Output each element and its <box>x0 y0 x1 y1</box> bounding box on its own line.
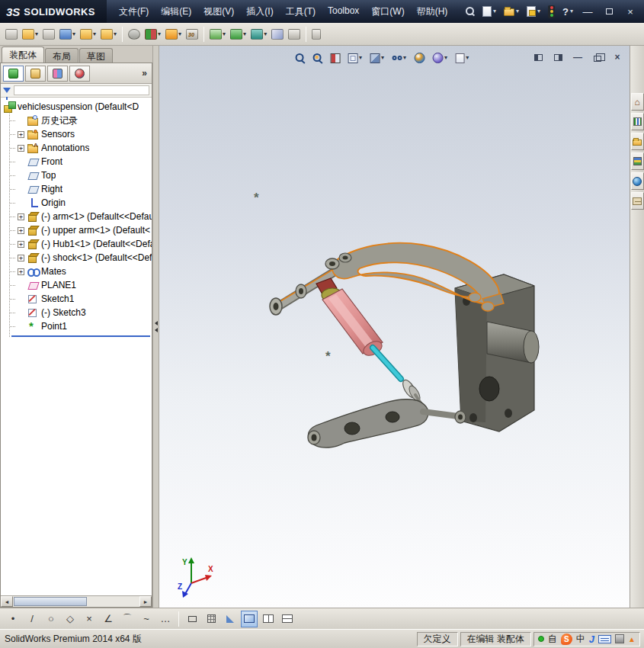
solidworks-resources-tab[interactable]: ⌂ <box>631 93 644 111</box>
panel-splitter[interactable] <box>152 46 159 608</box>
featuremanager-tab[interactable] <box>3 66 24 82</box>
tree-item-hub1[interactable]: + (-) Hub1<1> (Default<<Defa <box>10 237 152 251</box>
tree-item-right-plane[interactable]: Right <box>10 182 152 196</box>
expand-toggle[interactable]: + <box>18 227 24 234</box>
linear-component-pattern-button[interactable]: ▾ <box>58 25 77 43</box>
sketch-trim-button[interactable]: × <box>81 611 98 627</box>
tree-item-upper-arm[interactable]: + (-) upper arm<1> (Default< <box>10 223 152 237</box>
sketch-angle-button[interactable]: ∠ <box>100 611 117 627</box>
tree-item-origin[interactable]: Origin <box>10 196 152 210</box>
displaymanager-tab[interactable] <box>69 66 90 82</box>
menu-window[interactable]: 窗口(W) <box>365 2 410 22</box>
move-component-button[interactable]: ▾ <box>99 25 118 43</box>
propertymanager-tab[interactable] <box>25 66 46 82</box>
expand-toggle[interactable]: + <box>18 145 24 152</box>
help-button[interactable]: ?▾ <box>560 3 575 20</box>
rollback-bar[interactable] <box>11 335 150 337</box>
scroll-right-button[interactable]: ► <box>139 596 152 607</box>
tree-item-shock[interactable]: + (-) shock<1> (Default<<Defa <box>10 251 152 265</box>
ime-keyboard-icon[interactable] <box>598 635 611 643</box>
window-maximize-button[interactable] <box>600 4 618 19</box>
tray-arrow-icon[interactable]: ▲ <box>628 635 636 643</box>
tab-layout[interactable]: 布局 <box>45 48 78 63</box>
viewport-two-button[interactable] <box>260 611 277 627</box>
expand-toggle[interactable]: + <box>18 131 24 138</box>
tray-settings-icon[interactable] <box>615 634 624 643</box>
reference-geometry-button[interactable]: ▾ <box>164 25 183 43</box>
new-motion-study-button[interactable] <box>184 25 200 43</box>
sogou-ime-icon[interactable]: S <box>561 634 572 645</box>
sketch-spline-button[interactable]: ~ <box>138 611 155 627</box>
show-hidden-components-button[interactable] <box>127 25 142 43</box>
filter-input[interactable] <box>14 85 149 95</box>
window-close-button[interactable]: × <box>621 4 639 19</box>
expand-toggle[interactable]: + <box>18 241 24 248</box>
tree-item-point1[interactable]: Point1 <box>10 319 152 333</box>
tree-item-history[interactable]: 历史记录 <box>10 114 152 127</box>
mass-properties-button[interactable] <box>287 25 302 43</box>
menu-tools[interactable]: 工具(T) <box>280 2 322 22</box>
menu-edit[interactable]: 编辑(E) <box>155 2 197 22</box>
tree-item-plane1[interactable]: PLANE1 <box>10 278 152 292</box>
configurationmanager-tab[interactable] <box>47 66 68 82</box>
assembly-model-3d[interactable] <box>159 46 630 608</box>
window-minimize-button[interactable]: — <box>578 4 597 19</box>
mate-button[interactable] <box>41 25 56 43</box>
menu-file[interactable]: 文件(F) <box>113 2 155 22</box>
ime-custom-label[interactable]: 自 <box>548 633 557 646</box>
menu-toolbox[interactable]: Toolbox <box>322 2 365 22</box>
tab-sketch[interactable]: 草图 <box>79 48 113 63</box>
smart-fasteners-button[interactable]: ▾ <box>78 25 98 43</box>
snap-grid-button[interactable] <box>203 611 219 627</box>
ime-shape-icon[interactable]: J <box>589 634 594 645</box>
open-document-button[interactable]: ▾ <box>501 3 521 20</box>
panel-horizontal-scrollbar[interactable]: ◄ ► <box>1 595 152 607</box>
tree-item-sketch1[interactable]: Sketch1 <box>10 292 152 306</box>
insert-components-button[interactable]: ▾ <box>21 25 40 43</box>
panel-overflow-chevron[interactable]: » <box>142 68 149 79</box>
search-icon[interactable] <box>463 3 477 20</box>
sketch-polygon-button[interactable]: ◇ <box>62 611 78 627</box>
model-lower-arm[interactable] <box>308 399 466 448</box>
tree-item-arm[interactable]: + (-) arm<1> (Default<<Defau <box>10 210 152 223</box>
snap-rectangle-button[interactable] <box>184 611 200 627</box>
assembly-features-button[interactable]: ▾ <box>143 25 162 43</box>
tab-assembly[interactable]: 装配体 <box>2 47 44 63</box>
custom-properties-tab[interactable] <box>631 192 644 210</box>
menu-help[interactable]: 帮助(H) <box>411 2 454 22</box>
model-shock-absorber[interactable] <box>316 278 422 404</box>
tree-item-mates[interactable]: + Mates <box>10 265 152 278</box>
sketch-pattern-button[interactable]: … <box>157 611 174 627</box>
scrollbar-thumb[interactable] <box>14 597 87 606</box>
viewport-horizontal-button[interactable] <box>279 611 296 627</box>
appearances-scenes-tab[interactable] <box>631 172 644 190</box>
design-library-tab[interactable] <box>631 113 644 130</box>
sketch-circle-button[interactable]: ○ <box>43 611 59 627</box>
tree-item-front-plane[interactable]: Front <box>10 155 152 168</box>
sketch-line-button[interactable]: / <box>24 611 40 627</box>
sketch-point-button[interactable]: • <box>5 611 21 627</box>
new-document-button[interactable]: ▾ <box>480 3 498 20</box>
save-document-button[interactable]: ▾ <box>524 3 543 20</box>
exploded-view-button[interactable]: ▾ <box>229 25 248 43</box>
viewport-single-button[interactable] <box>241 611 258 627</box>
edit-component-button[interactable] <box>4 25 19 43</box>
bill-of-materials-button[interactable]: ▾ <box>208 25 227 43</box>
tree-item-sensors[interactable]: + Sensors <box>10 127 152 141</box>
view-palette-tab[interactable] <box>631 152 644 170</box>
ime-language-label[interactable]: 中 <box>576 633 585 646</box>
expand-toggle[interactable]: + <box>18 255 24 261</box>
file-explorer-tab[interactable] <box>631 133 644 150</box>
expand-toggle[interactable]: + <box>18 268 24 275</box>
tree-root-assembly[interactable]: vehiclesuspension (Default<D <box>3 100 152 114</box>
rebuild-button[interactable] <box>546 3 557 20</box>
measure-button[interactable] <box>270 25 285 43</box>
sketch-arc-button[interactable]: ⌒ <box>119 611 136 627</box>
options-button[interactable] <box>310 25 322 43</box>
menu-view[interactable]: 视图(V) <box>197 2 240 22</box>
tree-item-annotations[interactable]: + A Annotations <box>10 141 152 155</box>
graphics-viewport[interactable]: ▾ ▾ ▾ ▾ ▾ — × * * <box>159 46 630 608</box>
tree-item-top-plane[interactable]: Top <box>10 168 152 182</box>
interference-detection-button[interactable]: ▾ <box>249 25 268 43</box>
snap-angle-button[interactable] <box>222 611 239 627</box>
